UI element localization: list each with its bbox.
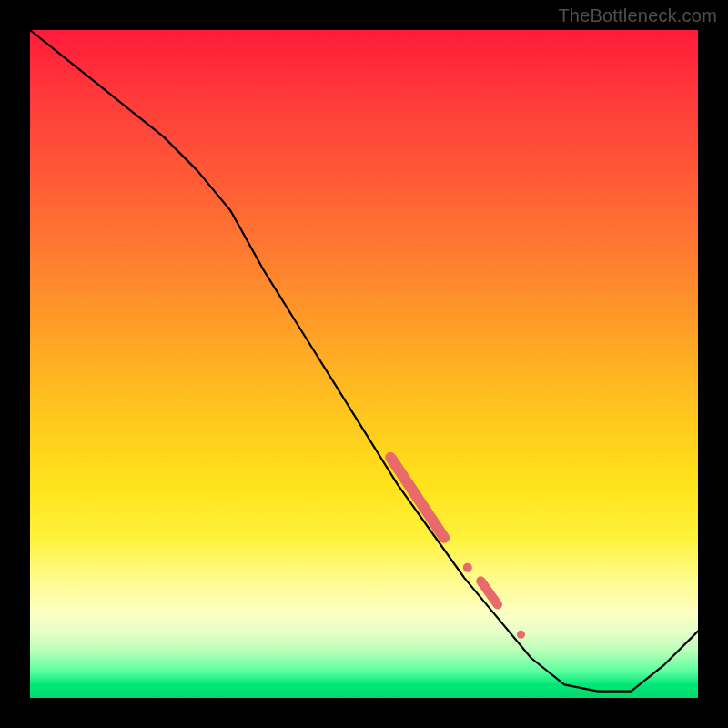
plot-area [30,30,698,698]
marker-capsule [390,458,444,538]
chart-overlay [30,30,698,698]
marker-dot [517,631,525,639]
marker-dot [463,563,472,572]
watermark-text: TheBottleneck.com [558,5,717,26]
chart-stage: TheBottleneck.com [0,0,728,728]
curve-line [30,30,698,692]
marker-layer [390,458,525,639]
